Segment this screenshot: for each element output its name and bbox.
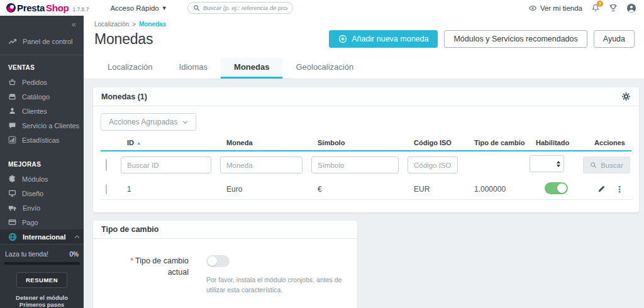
gear-icon[interactable] [621,92,631,101]
eye-icon [528,4,537,12]
add-currency-button[interactable]: Añadir nueva moneda [329,30,438,48]
sidebar-item-label: Internacional [23,233,65,241]
bulk-actions-dropdown[interactable]: Acciones Agrupadas [101,113,196,131]
sidebar-item-servicio-clientes[interactable]: Servicio a Clientes [0,118,84,133]
column-header-simbolo[interactable]: Símbolo [311,136,408,150]
filter-enabled-select[interactable] [530,155,564,172]
trending-up-icon [8,37,17,45]
sort-asc-icon: ▲ [136,141,141,145]
store-icon [8,92,16,101]
enabled-toggle[interactable] [545,182,568,194]
column-header-tipo-cambio[interactable]: Tipo de cambio [468,136,530,150]
row-actions-menu-icon[interactable]: ⋮ [615,185,624,194]
sidebar: « Panel de control VENTAS Pedidos Catálo… [0,16,84,308]
sidebar-item-estadisticas[interactable]: Estadísticas [0,133,84,147]
profile-button[interactable] [626,3,636,13]
search-icon [590,162,597,168]
column-header-id[interactable]: ID ▲ [121,136,220,150]
resume-button[interactable]: RESUMEN [16,272,67,288]
filter-id-input[interactable] [121,157,211,173]
edit-pencil-icon[interactable] [597,185,606,193]
version-label: 1.7.8.7 [72,6,89,13]
row-checkbox[interactable] [106,184,107,194]
select-all-checkbox[interactable] [106,159,107,171]
tab-localizacion[interactable]: Localización [94,58,166,79]
sidebar-item-label: Servicio a Clientes [22,122,79,129]
sidebar-section-mejoras: MEJORAS [0,156,84,172]
cell-iso: EUR [408,185,468,194]
currencies-panel: Monedas (1) Acciones Agrupadas ID ▲ [93,87,639,212]
column-header-codigo-iso[interactable]: Código ISO [408,136,468,150]
truck-icon [8,204,17,212]
sidebar-item-label: Diseño [22,190,43,197]
view-shop-label: Ver mi tienda [540,4,582,12]
sidebar-collapse-button[interactable]: « [72,19,76,29]
sidebar-item-clientes[interactable]: Clientes [0,104,84,118]
currency-table-row: 1 Euro € EUR 1.000000 ⋮ [101,179,631,200]
tab-geolocalizacion[interactable]: Geolocalización [282,58,367,79]
sidebar-item-pedidos[interactable]: Pedidos [0,75,84,89]
globe-icon [8,233,17,241]
sidebar-item-dashboard[interactable]: Panel de control [0,34,84,48]
sidebar-item-label: Panel de control [23,38,73,45]
recommended-modules-button[interactable]: Módulos y Servicios recomendados [444,30,587,48]
sidebar-item-label: Envío [23,204,40,212]
notifications-button[interactable]: 7 [591,3,600,13]
global-search-input[interactable] [203,4,287,11]
filter-currency-input[interactable] [220,157,303,173]
monitor-icon [8,189,16,197]
tab-bar: Localización Idiomas Monedas Geolocaliza… [94,58,635,79]
sidebar-item-label: Clientes [22,107,47,115]
breadcrumb: Localización > Monedas [94,21,635,28]
main-content: Localización > Monedas Monedas Añadir nu… [84,16,644,308]
brand-name-right: Shop [46,3,69,13]
sidebar-item-internacional[interactable]: Internacional [0,229,84,244]
live-exchange-toggle[interactable] [206,255,230,267]
onboarding-panel: Laza tu tienda! 0% RESUMEN Detener el mó… [0,244,84,308]
tab-monedas[interactable]: Monedas [221,58,282,79]
filter-iso-input[interactable] [408,157,458,173]
help-button[interactable]: Ayuda [594,30,635,48]
sidebar-section-ventas: VENTAS [0,59,84,75]
exchange-rate-panel: Tipo de cambio *Tipo de cambio actual Po… [93,221,357,308]
sidebar-item-diseno[interactable]: Diseño [0,186,84,201]
prestashop-logo-icon [6,3,16,13]
table-search-button[interactable]: Buscar [583,157,630,173]
onboarding-progress-value: 0% [70,251,79,258]
cell-id: 1 [121,185,220,194]
view-shop-link[interactable]: Ver mi tienda [528,4,582,12]
sidebar-divider [0,55,84,55]
credit-card-icon [8,218,16,226]
global-search [187,2,293,14]
notification-badge: 7 [597,1,603,7]
filter-symbol-input[interactable] [311,157,399,173]
sidebar-item-label: Pedidos [22,79,47,86]
person-icon [8,107,16,115]
exchange-panel-title: Tipo de cambio [101,225,158,234]
sidebar-item-envio[interactable]: Envío [0,201,84,215]
plus-circle-icon [338,35,347,43]
chevron-down-icon [182,120,188,124]
sidebar-item-pago[interactable]: Pago [0,215,84,229]
onboarding-trophy-button[interactable] [609,3,618,13]
chat-icon [8,121,16,129]
cell-rate: 1.000000 [468,185,530,194]
sidebar-item-catalogo[interactable]: Catálogo [0,89,84,104]
sidebar-item-modulos[interactable]: Módulos [0,172,84,186]
breadcrumb-parent[interactable]: Localización [94,21,129,28]
cell-symbol: € [311,185,408,194]
column-header-habilitado[interactable]: Habilitado [530,136,581,150]
cronjobs-help-text: Por favor, instala el módulo cronjobs, a… [206,275,351,295]
topbar: Presta Shop 1.7.8.7 Acceso Rápido ▼ Ver … [0,0,644,16]
table-filter-row: Buscar [101,151,631,179]
page-title: Monedas [94,31,153,48]
quick-access-dropdown[interactable]: Acceso Rápido ▼ [110,4,167,12]
current-rate-label: *Tipo de cambio actual [119,255,189,295]
breadcrumb-separator: > [132,21,136,28]
stop-onboarding-link[interactable]: Detener el módulo Primeros pasos [4,294,80,308]
column-header-moneda[interactable]: Moneda [220,136,311,150]
tab-idiomas[interactable]: Idiomas [166,58,221,79]
prestashop-logo[interactable]: Presta Shop 1.7.8.7 [0,3,89,13]
chevron-up-icon [74,234,80,239]
sidebar-item-label: Módulos [22,175,48,183]
